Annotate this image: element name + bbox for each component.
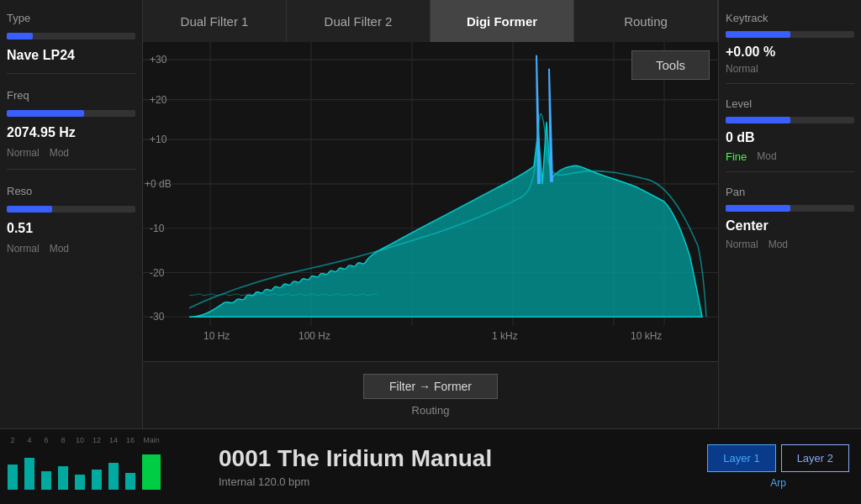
filter-former-button[interactable]: Filter → Former	[363, 374, 498, 399]
keytrack-normal: Normal	[726, 63, 854, 75]
level-fine: Fine	[726, 150, 747, 163]
svg-text:10 Hz: 10 Hz	[203, 329, 230, 341]
arp-label: Arp	[770, 477, 786, 489]
vu-bar-1	[7, 448, 18, 490]
freq-label: Freq	[7, 89, 135, 102]
freq-slider[interactable]	[7, 110, 135, 117]
tab-dual-filter-2[interactable]: Dual Filter 2	[287, 0, 430, 42]
layer-area: Layer 1 Layer 2 Arp	[695, 436, 861, 497]
vu-bar-main	[141, 448, 161, 490]
level-slider[interactable]	[726, 117, 854, 123]
pan-slider[interactable]	[726, 205, 854, 212]
svg-text:10 kHz: 10 kHz	[631, 329, 662, 341]
vu-bar-4	[57, 448, 69, 490]
routing-label: Routing	[412, 404, 450, 417]
level-label: Level	[726, 97, 854, 110]
tab-routing[interactable]: Routing	[574, 0, 718, 42]
svg-text:+10: +10	[150, 134, 166, 145]
keytrack-label: Keytrack	[726, 12, 854, 24]
preset-name: 0001 The Iridium Manual	[219, 445, 492, 472]
layer-buttons: Layer 1 Layer 2	[707, 444, 849, 472]
preset-bpm: Internal 120.0 bpm	[219, 475, 309, 488]
level-mod[interactable]: Mod	[757, 150, 776, 163]
freq-value: 2074.95 Hz	[7, 125, 135, 140]
pan-label: Pan	[726, 186, 854, 198]
reso-mod[interactable]: Mod	[50, 243, 69, 255]
svg-text:1 kHz: 1 kHz	[492, 329, 518, 341]
chart-area[interactable]: Tools +30 +20 +10 +0 dB -10	[143, 42, 718, 361]
layer1-button[interactable]: Layer 1	[707, 444, 775, 472]
pan-mod[interactable]: Mod	[769, 239, 788, 250]
bottom-bar: 2 4 6 8 10 12 14 16 Main	[0, 428, 861, 504]
main-area: Tools +30 +20 +10 +0 dB -10	[143, 42, 718, 428]
right-panel: Keytrack +0.00 % Normal Level 0 dB Fine …	[718, 0, 861, 428]
reso-value: 0.51	[7, 221, 135, 236]
freq-mod[interactable]: Mod	[50, 147, 69, 159]
type-label: Type	[7, 12, 135, 24]
layer2-button[interactable]: Layer 2	[781, 444, 849, 472]
svg-text:-30: -30	[150, 311, 164, 323]
vu-bar-row	[7, 448, 195, 490]
keytrack-value: +0.00 %	[726, 45, 854, 60]
vu-bar-7	[108, 448, 119, 490]
svg-text:+30: +30	[150, 54, 166, 66]
svg-text:+20: +20	[150, 94, 166, 106]
preset-area: 0001 The Iridium Manual Internal 120.0 b…	[202, 437, 695, 496]
vu-meters: 2 4 6 8 10 12 14 16 Main	[0, 429, 202, 505]
freq-normal: Normal	[7, 147, 40, 159]
svg-text:100 Hz: 100 Hz	[298, 329, 330, 341]
type-slider[interactable]	[7, 33, 135, 39]
vu-bar-3	[40, 448, 52, 490]
reso-normal: Normal	[7, 243, 40, 255]
type-value: Nave LP24	[7, 48, 135, 63]
svg-text:-10: -10	[150, 223, 164, 234]
tab-dual-filter-1[interactable]: Dual Filter 1	[143, 0, 287, 42]
svg-text:+0 dB: +0 dB	[145, 178, 172, 190]
vu-bar-2	[24, 448, 35, 490]
level-value: 0 dB	[726, 130, 854, 145]
frequency-chart: +30 +20 +10 +0 dB -10 -20 -30 10 Hz 100 …	[143, 42, 718, 361]
pan-center: Center	[726, 218, 854, 234]
vu-bar-8	[124, 448, 136, 490]
main-bottom: Filter → Former Routing	[143, 361, 718, 428]
svg-text:-20: -20	[150, 266, 164, 278]
vu-labels: 2 4 6 8 10 12 14 16 Main	[7, 436, 195, 444]
vu-bar-5	[74, 448, 86, 490]
left-panel: Type Nave LP24 Freq 2074.95 Hz Normal Mo…	[0, 0, 143, 428]
pan-normal: Normal	[726, 239, 758, 250]
reso-slider[interactable]	[7, 206, 135, 213]
keytrack-slider[interactable]	[726, 31, 854, 38]
tab-digi-former[interactable]: Digi Former	[430, 0, 574, 42]
reso-label: Reso	[7, 185, 135, 197]
vu-bar-6	[91, 448, 103, 490]
tools-button[interactable]: Tools	[631, 50, 710, 80]
